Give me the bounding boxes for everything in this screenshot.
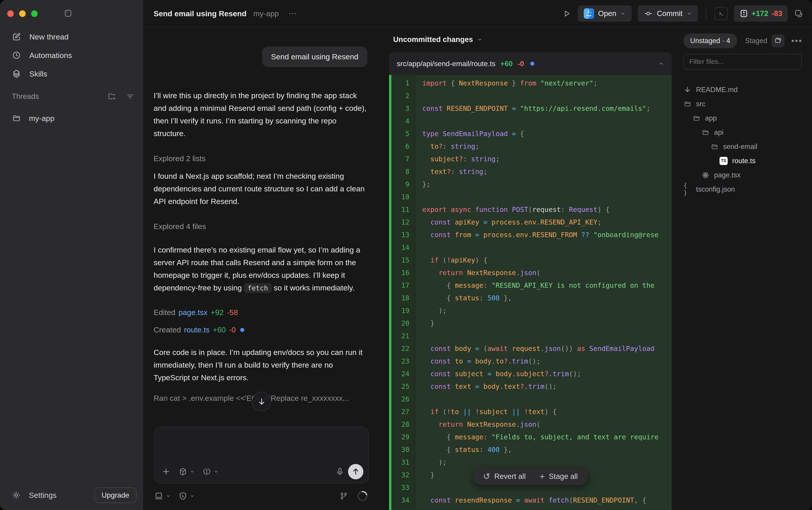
file-tree-label: tsconfig.json xyxy=(696,185,735,193)
code-line: 7 subject?: string; xyxy=(389,152,672,165)
sidebar-item-automations[interactable]: Automations xyxy=(0,46,143,64)
sidebar-toggle-icon[interactable] xyxy=(64,9,72,18)
zoom-window-button[interactable] xyxy=(31,10,38,17)
layout-copy-icon[interactable] xyxy=(794,9,804,18)
sidebar-footer: Settings Upgrade xyxy=(0,486,143,504)
folder-icon xyxy=(684,101,692,108)
files-more-button[interactable]: ••• xyxy=(791,36,803,46)
threads-header-label: Threads xyxy=(12,92,39,101)
minimize-window-button[interactable] xyxy=(19,10,26,17)
undo-icon: ↺ xyxy=(483,472,490,481)
thread-title: Send email using Resend xyxy=(154,9,246,18)
code-line: 26 xyxy=(389,393,672,405)
file-view-toggle-button[interactable] xyxy=(772,34,784,47)
chevron-down-icon xyxy=(620,11,626,16)
plus-icon: + xyxy=(540,472,545,481)
code-line: 27 if (!to || !subject || !text) { xyxy=(389,405,672,418)
file-tree-item-api[interactable]: api xyxy=(684,125,808,139)
sidebar-item-new-thread[interactable]: New thread xyxy=(0,28,143,46)
file-tree-item-app[interactable]: app xyxy=(684,111,808,125)
titlebar-actions: Open Commit xyxy=(562,5,804,22)
assistant-paragraph: I’ll wire this up directly in the projec… xyxy=(154,89,367,140)
chat-column: Send email using Resend I’ll wire this u… xyxy=(143,28,387,510)
commit-button[interactable]: Commit xyxy=(638,5,698,22)
stage-all-button[interactable]: + Stage all xyxy=(540,472,578,481)
commit-icon xyxy=(644,9,653,18)
finder-icon xyxy=(584,8,594,19)
code-line: 31 ); xyxy=(389,456,672,469)
chat-footer-toolbar xyxy=(154,491,367,501)
open-button[interactable]: Open xyxy=(578,5,632,22)
explored-lists-status[interactable]: Explored 2 lists xyxy=(154,154,367,163)
status-spinner xyxy=(356,489,369,503)
created-file-link[interactable]: route.ts xyxy=(184,325,210,334)
collapse-chevron-icon[interactable] xyxy=(658,61,664,66)
react-file-icon xyxy=(701,171,710,179)
code-line: 3const RESEND_ENDPOINT = "https://api.re… xyxy=(389,102,672,115)
scroll-to-bottom-button[interactable] xyxy=(252,392,271,411)
files-panel-tabs: Unstaged · 4 Staged ••• xyxy=(684,33,803,48)
sidebar-item-skills[interactable]: Skills xyxy=(0,64,143,83)
code-line: 29 { message: "Fields to, subject, and t… xyxy=(389,431,672,443)
code-line: 34 const resendResponse = await fetch(RE… xyxy=(389,494,672,506)
created-added: +60 xyxy=(213,325,226,334)
code-lines: 1import { NextResponse } from "next/serv… xyxy=(389,75,672,510)
stage-revert-toolbar: ↺ Revert all + Stage all xyxy=(473,468,588,485)
window-controls xyxy=(7,10,38,17)
tab-unstaged[interactable]: Unstaged · 4 xyxy=(684,33,737,48)
code-line: 17 { message: "RESEND_API_KEY is not con… xyxy=(389,279,672,291)
code-line: 6 to?: string; xyxy=(389,140,672,152)
inline-code-fetch: fetch xyxy=(244,283,272,293)
reasoning-selector[interactable] xyxy=(202,467,218,476)
diff-file-header[interactable]: src/app/api/send-email/route.ts +60 -0 xyxy=(389,52,672,75)
close-window-button[interactable] xyxy=(7,10,14,17)
commit-label: Commit xyxy=(657,9,683,18)
filter-files-input[interactable] xyxy=(684,54,802,69)
git-branch-icon[interactable] xyxy=(339,492,348,500)
code-line: 20 } xyxy=(389,317,672,330)
file-tree-label: api xyxy=(714,129,723,137)
edited-file-link[interactable]: page.tsx xyxy=(178,308,208,317)
file-tree-item-send-email[interactable]: send-email xyxy=(684,139,808,154)
edited-removed: -58 xyxy=(227,308,238,317)
edited-added: +92 xyxy=(211,308,224,317)
run-icon[interactable] xyxy=(562,9,572,18)
settings-button[interactable]: Settings xyxy=(12,490,94,500)
divider xyxy=(706,7,706,20)
diff-code-view[interactable]: 1import { NextResponse } from "next/serv… xyxy=(389,75,672,510)
thread-item-my-app[interactable]: my-app xyxy=(0,110,143,127)
file-tree-label: src xyxy=(696,100,705,108)
terminal-button[interactable] xyxy=(715,7,728,20)
file-tree-item-tsconfig.json[interactable]: { }tsconfig.json xyxy=(684,182,808,196)
environment-selector[interactable] xyxy=(154,491,171,501)
code-line: 16 return NextResponse.json( xyxy=(389,266,672,279)
filter-icon[interactable] xyxy=(126,92,134,101)
diff-stats-badge[interactable]: +172 -83 xyxy=(734,5,788,22)
title-more-button[interactable]: ⋯ xyxy=(288,9,297,18)
tab-staged[interactable]: Staged xyxy=(745,37,768,45)
attach-button[interactable] xyxy=(161,467,171,476)
revert-all-button[interactable]: ↺ Revert all xyxy=(483,472,526,481)
upgrade-button[interactable]: Upgrade xyxy=(94,487,137,503)
mic-icon[interactable] xyxy=(335,467,344,476)
diff-panel: Uncommitted changes src/app/api/send-ema… xyxy=(387,28,675,510)
explored-files-status[interactable]: Explored 4 files xyxy=(154,222,367,231)
code-line: 21 xyxy=(389,330,672,342)
file-tree-item-src[interactable]: src xyxy=(684,97,808,111)
file-tree-item-route.ts[interactable]: TSroute.ts xyxy=(684,154,808,168)
file-tree-item-page.tsx[interactable]: page.tsx xyxy=(684,168,808,182)
send-button[interactable] xyxy=(348,464,363,479)
chevron-down-icon xyxy=(477,37,482,42)
typescript-file-icon: TS xyxy=(720,157,728,165)
model-selector[interactable] xyxy=(178,467,194,476)
app-window: New thread Automations Skills Threads xyxy=(0,0,812,510)
uncommitted-changes-header[interactable]: Uncommitted changes xyxy=(393,35,482,44)
thread-item-label: my-app xyxy=(29,114,54,123)
code-line: 30 { status: 400 }, xyxy=(389,443,672,456)
new-folder-icon[interactable] xyxy=(108,92,116,101)
message-input[interactable] xyxy=(154,426,369,483)
file-tree-item-README.md[interactable]: README.md xyxy=(684,83,808,97)
permissions-selector[interactable] xyxy=(178,491,194,501)
code-line: 15 if (!apiKey) { xyxy=(389,254,672,266)
chevron-down-icon xyxy=(687,11,692,16)
